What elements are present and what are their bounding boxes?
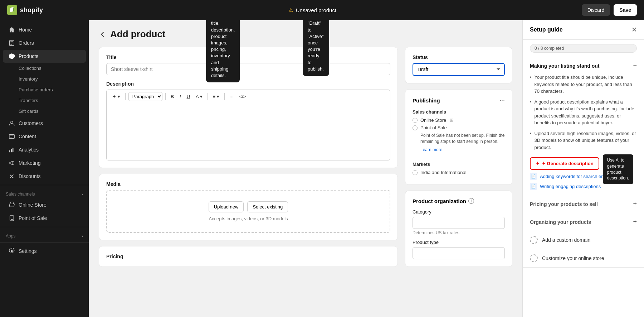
learn-more-link[interactable]: Learn more [420,147,442,152]
main-layout: Home Orders Products Collections Invento… [0,20,644,317]
customize-store-item[interactable]: Customize your online store [523,249,644,268]
tooltip-text-1: Add your product title, description, pro… [206,20,240,82]
status-select[interactable]: Draft Active [413,63,505,76]
channel-radio-pos[interactable] [413,125,418,130]
generate-label: ✦ Generate description [542,161,594,166]
sidebar-label-discounts: Discounts [19,173,40,179]
channel-icon-online-store: ⊞ [450,117,454,123]
sidebar-label-customers: Customers [19,120,43,126]
sidebar-item-gift-cards[interactable]: Gift cards [3,106,86,116]
sidebar-item-content[interactable]: Content [3,130,86,143]
discard-button[interactable]: Discard [582,4,610,16]
sidebar-item-orders[interactable]: Orders [3,37,86,49]
form-side-col: Status Draft Active Publishing ··· Sales… [405,47,512,267]
description-editor[interactable] [106,103,390,160]
svg-rect-6 [9,135,14,139]
apps-expand-icon[interactable]: › [82,234,83,239]
sidebar-item-purchase-orders[interactable]: Purchase orders [3,85,86,95]
svg-rect-11 [13,148,14,153]
sidebar-label-products: Products [19,53,38,59]
sidebar-item-products[interactable]: Products [3,50,86,63]
toolbar-div-4 [224,93,225,100]
product-org-card: Product organization i Category Determin… [405,191,512,267]
sidebar-item-settings[interactable]: Settings [3,245,86,258]
form-main-col: Title Description ✦ ▾ Paragraph B [99,47,398,267]
setup-guide-header: Setup guide ✕ [523,20,644,40]
title-card: Title Description ✦ ▾ Paragraph B [99,47,398,168]
setup-section-pricing-header[interactable]: Pricing your products to sell + [530,200,637,208]
tooltip-text-2: Change from "Draft" to "Active" once you… [303,20,329,76]
sidebar-item-analytics[interactable]: Analytics [3,143,86,156]
markets-label: Markets [413,162,505,167]
media-hint: Accepts images, videos, or 3D models [209,216,288,221]
publishing-divider [413,157,505,157]
product-type-input[interactable] [413,247,505,259]
organizing-guide-title: Organizing your products [530,219,591,225]
pos-note: Point of Sale has not been set up. Finis… [420,133,505,145]
pricing-toggle-icon: + [633,200,637,208]
org-info-icon[interactable]: i [468,198,474,204]
listing-content: Your product title should be unique, inc… [530,74,637,190]
sales-channels-label: Sales channels [413,109,505,115]
save-button[interactable]: Save [614,4,637,16]
media-dropzone[interactable]: Upload new Select existing Accepts image… [106,190,390,233]
sidebar-label-home: Home [19,27,32,33]
bullet-2: A good product description explains what… [530,99,637,126]
description-toolbar: ✦ ▾ Paragraph B I U A ▾ ≡ ▾ [106,90,390,103]
page-status: Unsaved product [296,7,336,13]
sidebar-item-home[interactable]: Home [3,23,86,36]
channel-label-online-store: Online Store [420,117,446,123]
category-input[interactable] [413,217,505,229]
listing-title: Making your listing stand out [530,63,599,69]
sidebar-item-discounts[interactable]: Discounts [3,170,86,183]
svg-point-5 [11,121,13,123]
custom-domain-item[interactable]: Add a custom domain [523,231,644,249]
upload-new-button[interactable]: Upload new [209,201,244,212]
sales-channels-expand-icon[interactable]: › [82,192,83,197]
toolbar-underline[interactable]: U [185,92,192,101]
page-title: Add product [110,29,166,40]
setup-guide-close-button[interactable]: ✕ [631,26,637,34]
setup-section-organizing-header[interactable]: Organizing your products + [530,218,637,226]
sidebar-item-transfers[interactable]: Transfers [3,95,86,106]
product-type-label: Product type [413,240,505,245]
toolbar-italic[interactable]: I [177,92,183,101]
sidebar-item-marketing[interactable]: Marketing [3,157,86,169]
sidebar-item-point-of-sale[interactable]: Point of Sale [3,212,86,225]
topbar-left: shopify [7,5,43,15]
sidebar-label-collections: Collections [19,66,42,71]
channel-label-pos: Point of Sale [420,125,447,130]
sidebar-item-customers[interactable]: Customers [3,117,86,130]
status-card: Status Draft Active [405,47,512,83]
svg-point-13 [12,177,14,178]
paragraph-select[interactable]: Paragraph [128,92,162,101]
setup-section-listing-header[interactable]: Making your listing stand out − [530,62,637,69]
markets-item: India and International [413,170,505,175]
toolbar-color[interactable]: A ▾ [194,92,205,101]
markets-radio[interactable] [413,170,418,175]
channel-radio-online-store[interactable] [413,118,418,123]
progress-badge: 0 / 8 completed [530,44,637,53]
warning-icon: ⚠ [288,7,293,13]
apps-section: Apps › [0,229,89,240]
toolbar-bold[interactable]: B [169,92,176,101]
back-button[interactable] [99,31,106,38]
sidebar-item-inventory[interactable]: Inventory [3,74,86,84]
select-existing-button[interactable]: Select existing [247,201,288,212]
sidebar-item-online-store[interactable]: Online Store [3,198,86,211]
pricing-card: Pricing [99,246,398,267]
generate-btn-wrap: ✦ ✦ Generate description Use AI to gener… [530,154,599,170]
toolbar-magic-btn[interactable]: ✦ ▾ [110,92,122,101]
toolbar-align[interactable]: ≡ ▾ [211,92,221,101]
publishing-more-button[interactable]: ··· [499,97,505,104]
svg-rect-9 [9,150,10,152]
org-title: Product organization [413,198,466,204]
title-input[interactable] [106,63,390,75]
toolbar-code[interactable]: </> [237,92,248,101]
sidebar-item-collections[interactable]: Collections [3,63,86,73]
status-label: Status [413,54,505,60]
generate-description-button[interactable]: ✦ ✦ Generate description [530,157,599,170]
sidebar-label-content: Content [19,134,36,139]
customize-store-label: Customize your online store [542,255,604,261]
toolbar-more[interactable]: ··· [228,92,236,101]
